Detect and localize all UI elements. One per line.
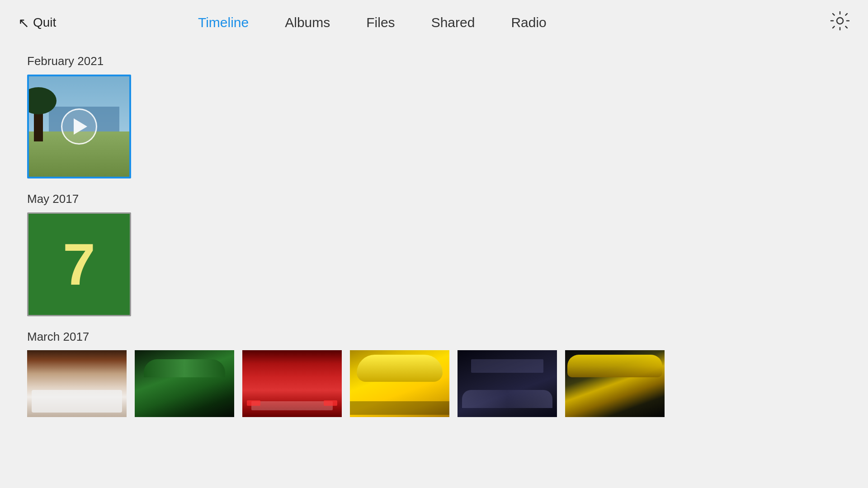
thumb-march2017-car1[interactable] xyxy=(27,350,127,417)
nav-item-albums[interactable]: Albums xyxy=(285,15,330,30)
main-nav: Timeline Albums Files Shared Radio xyxy=(198,15,547,30)
play-circle xyxy=(61,108,97,145)
thumb-feb2021-video[interactable] xyxy=(27,75,131,178)
section-label-march2017: March 2017 xyxy=(27,330,841,344)
play-triangle-icon xyxy=(74,118,87,135)
thumb-march2017-car3[interactable] xyxy=(242,350,342,417)
nav-item-files[interactable]: Files xyxy=(366,15,395,30)
thumb-march2017-car4[interactable] xyxy=(350,350,449,417)
march2017-grid xyxy=(27,350,841,417)
quit-label: Quit xyxy=(33,15,56,30)
video-play-overlay xyxy=(29,76,129,177)
feb2021-grid xyxy=(27,75,841,178)
quit-button[interactable]: ↖ Quit xyxy=(18,15,56,31)
seven-symbol: 7 xyxy=(63,235,95,294)
settings-icon[interactable] xyxy=(830,11,850,35)
thumb-march2017-car6[interactable] xyxy=(565,350,665,417)
nav-item-radio[interactable]: Radio xyxy=(511,15,546,30)
main-content: February 2021 May 2017 7 March 2017 xyxy=(0,45,868,417)
section-label-may2017: May 2017 xyxy=(27,192,841,206)
thumb-march2017-car5[interactable] xyxy=(458,350,557,417)
header: ↖ Quit Timeline Albums Files Shared Radi… xyxy=(0,0,868,45)
thumb-march2017-car2[interactable] xyxy=(135,350,234,417)
quit-arrow-icon: ↖ xyxy=(18,15,29,31)
may2017-grid: 7 xyxy=(27,212,841,316)
nav-item-shared[interactable]: Shared xyxy=(431,15,475,30)
section-label-feb2021: February 2021 xyxy=(27,54,841,68)
nav-item-timeline[interactable]: Timeline xyxy=(198,15,249,30)
thumb-may2017-seven[interactable]: 7 xyxy=(27,212,131,316)
svg-point-0 xyxy=(837,18,843,24)
